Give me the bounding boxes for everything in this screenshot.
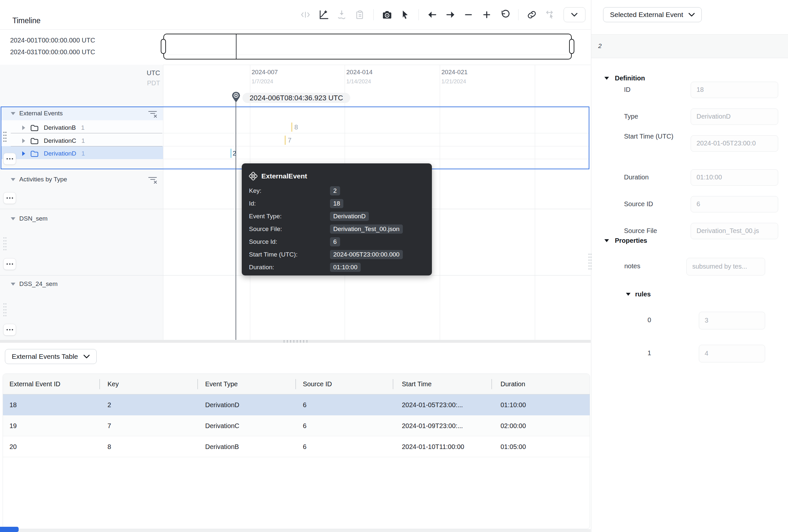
cell-source-id: 6 [303,394,307,415]
code-pane-icon[interactable] [300,10,310,20]
gridline [535,65,535,340]
download-icon[interactable] [337,10,347,20]
expand-arrow-icon[interactable] [22,151,25,156]
field-label: Duration [624,174,649,181]
row-options-button[interactable] [3,258,16,270]
zoom-in-icon[interactable] [482,10,492,20]
column-header[interactable]: Key [107,374,119,394]
row-derivationD-selected[interactable]: DerivationD 1 [22,150,85,157]
column-header[interactable]: Start Time [402,374,432,394]
drag-handle-icon[interactable] [3,237,7,252]
section-external-events[interactable]: External Events [11,110,63,117]
tooltip-value: DerivationD [330,212,369,221]
inspector-view-selector[interactable]: Selected External Event [603,7,702,22]
zoom-out-icon[interactable] [464,10,473,20]
collapse-arrow-icon[interactable] [11,112,15,115]
clear-filter-icon[interactable] [148,176,158,184]
row-derivationB[interactable]: DerivationB 1 [22,124,85,131]
tooltip-value: 18 [330,199,343,208]
table-row[interactable]: 20 8 DerivationB 6 2024-01-10T11:00:00 0… [3,436,590,457]
event-tick-derivationD-selected[interactable] [230,149,232,158]
cell-key: 2 [107,394,111,415]
field-source-id[interactable]: 6 [691,196,778,212]
row-options-button[interactable] [3,192,16,204]
row-options-button[interactable] [3,153,16,165]
expand-arrow-icon[interactable] [22,139,25,143]
axis-tick-doy: 2024-014 [346,68,372,76]
rules-section-header[interactable]: rules [626,291,651,298]
field-rule-0[interactable]: 3 [699,312,765,329]
row-options-button[interactable] [3,324,16,336]
pointer-icon[interactable] [400,10,410,20]
column-resize-handle[interactable] [99,379,100,389]
collapse-arrow-icon[interactable] [605,77,609,80]
column-header[interactable]: Source ID [303,374,332,394]
arrow-left-icon[interactable] [427,10,437,20]
cell-duration: 02:00:00 [500,415,526,436]
collapse-arrow-icon[interactable] [626,293,631,296]
arrow-right-icon[interactable] [446,10,455,20]
field-notes[interactable]: subsumed by tes... [686,258,765,275]
unlink-pointer-icon[interactable] [545,10,555,20]
toolbar-expand-button[interactable] [564,7,586,22]
cell-key: 7 [107,415,111,436]
field-rule-1[interactable]: 4 [699,345,765,362]
column-header[interactable]: Event Type [205,374,238,394]
event-tick-derivationC[interactable] [284,136,286,145]
cell-start-time: 2024-01-09T23:00:... [402,415,463,436]
column-resize-handle[interactable] [393,379,393,389]
column-header[interactable]: External Event ID [9,374,60,394]
brush-handle-left[interactable] [161,39,166,54]
clipboard-icon[interactable] [355,10,365,20]
table-row-selected[interactable]: 18 2 DerivationD 6 2024-01-05T23:00:... … [3,394,590,415]
column-resize-handle[interactable] [197,379,198,389]
section-title: rules [635,291,651,298]
cursor-pin-icon[interactable] [232,92,240,103]
expand-arrow-icon[interactable] [22,125,25,130]
drag-handle-icon[interactable] [3,132,7,143]
camera-icon[interactable] [382,10,392,20]
field-type[interactable]: DerivationD [691,109,778,125]
row-derivationC[interactable]: DerivationC 1 [22,137,85,144]
field-duration[interactable]: 01:10:00 [691,169,778,185]
table-row[interactable]: 19 7 DerivationC 6 2024-01-09T23:00:... … [3,415,590,436]
collapse-arrow-icon[interactable] [11,217,15,220]
cell-event-type: DerivationB [205,436,239,457]
column-header[interactable]: Duration [500,374,525,394]
definition-section-header[interactable]: Definition [605,75,645,82]
section-title: DSS_24_sem [19,280,58,288]
section-title: Definition [615,75,645,82]
drag-handle-icon[interactable] [3,303,7,318]
cursor-line[interactable] [236,101,236,340]
table-view-selector[interactable]: External Events Table [5,349,97,364]
column-resize-handle[interactable] [491,379,492,389]
clear-filter-icon[interactable] [148,110,158,118]
collapse-arrow-icon[interactable] [11,178,15,181]
section-activities-by-type[interactable]: Activities by Type [11,176,67,183]
collapse-arrow-icon[interactable] [605,239,609,242]
panel-resize-handle-icon[interactable] [588,254,592,271]
section-dss-24-sem[interactable]: DSS_24_sem [11,280,58,288]
app-window: Timeline 2024-001T00:00:00.000 UTC 2024-… [0,0,788,532]
column-resize-handle[interactable] [295,379,296,389]
field-source-file[interactable]: Derivation_Test_00.js [691,223,778,239]
properties-section-header[interactable]: Properties [605,237,647,244]
tooltip-value: 01:10:00 [330,263,361,272]
timeline-brush[interactable] [163,34,572,59]
external-event-tooltip: ExternalEvent Key: 2 Id: 18 Event Type: … [242,163,432,275]
tooltip-value: 2 [330,186,340,195]
collapse-arrow-icon[interactable] [11,283,15,285]
field-id[interactable]: 18 [691,82,778,98]
link-icon[interactable] [527,10,537,20]
section-dsn-sem[interactable]: DSN_sem [11,215,48,222]
event-tick-derivationB[interactable] [291,122,292,132]
undo-icon[interactable] [500,10,510,20]
brush-cursor-line [236,34,237,59]
brush-handle-right[interactable] [569,39,574,54]
field-start-time[interactable]: 2024-01-05T23:00:0 [691,135,778,152]
cell-start-time: 2024-01-10T11:00:00 [402,436,464,457]
row-divider [11,146,162,146]
cell-duration: 01:10:00 [500,394,526,415]
line-chart-icon[interactable] [319,10,329,20]
horizontal-resize-bar[interactable] [0,340,591,343]
